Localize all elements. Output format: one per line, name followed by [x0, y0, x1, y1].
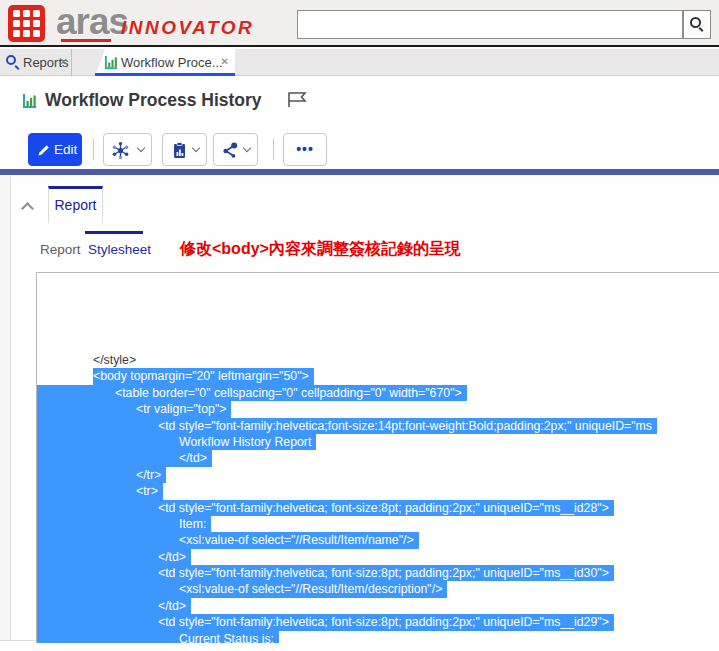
code-line: </td>: [37, 549, 719, 565]
panel-tab-label: Report: [54, 197, 96, 213]
impact-hub-icon: [111, 141, 130, 160]
edit-button[interactable]: Edit: [28, 133, 82, 166]
search-icon: [6, 55, 16, 65]
code-line: </td>: [37, 450, 719, 466]
chevron-up-icon[interactable]: [21, 202, 34, 215]
share-icon: [221, 141, 240, 160]
code-line: <xsl:value-of select="//Result/Item/desc…: [37, 581, 719, 597]
toolbar-divider: [93, 139, 94, 160]
active-tab-indicator: [95, 73, 235, 76]
code-line-fragment: }: [37, 311, 719, 316]
flag-icon[interactable]: [287, 91, 309, 108]
logo-underline: [61, 39, 111, 42]
stylesheet-annotation: 修改<body>內容來調整簽核記錄的呈現: [180, 239, 461, 260]
close-icon[interactable]: ✕: [221, 56, 229, 67]
chevron-down-icon: [243, 144, 251, 152]
tab-reports[interactable]: Reports ✕: [0, 49, 72, 76]
panel-tab-report[interactable]: Report: [48, 186, 103, 223]
code-line: Workflow History Report: [37, 434, 719, 450]
code-line: <td style="font-family:helvetica; font-s…: [37, 500, 719, 516]
item-toolbar: Edit: [0, 126, 719, 170]
section-accent-bar: [0, 169, 719, 175]
share-dropdown-button[interactable]: [213, 133, 258, 166]
subtab-stylesheet[interactable]: Stylesheet: [88, 242, 151, 257]
page-title: Workflow Process History: [45, 90, 262, 111]
app-launcher-grid-icon[interactable]: [8, 5, 45, 42]
code-line: <td style="font-family:helvetica; font-s…: [37, 565, 719, 581]
logo-aras: aras: [56, 0, 128, 44]
code-line: Current Status is:: [37, 631, 719, 643]
page-title-row: Workflow Process History: [0, 85, 719, 119]
active-subtab-indicator: [85, 231, 143, 234]
chevron-down-icon: [137, 144, 145, 152]
bar-chart-icon: [104, 55, 119, 70]
code-line: <table border="0" cellspacing="0" cellpa…: [37, 385, 719, 401]
bar-chart-icon: [22, 93, 38, 109]
search-icon: [690, 17, 701, 28]
global-search-input[interactable]: [297, 10, 683, 39]
close-icon[interactable]: ✕: [60, 56, 68, 67]
reports-dropdown-button[interactable]: [162, 133, 207, 166]
report-clipboard-icon: [170, 141, 189, 160]
code-line: </style>: [37, 352, 719, 368]
code-line: </tr>: [37, 467, 719, 483]
toolbar-divider: [273, 139, 274, 160]
logo-innovator: INNOVATOR: [121, 17, 254, 39]
chevron-down-icon: [192, 144, 200, 152]
tab-workflow-process-history[interactable]: Workflow Proce... ✕: [95, 49, 235, 76]
code-line: <tr valign="top">: [37, 401, 719, 417]
app-header: aras INNOVATOR: [0, 0, 719, 47]
pencil-icon: [37, 143, 51, 157]
app-window: aras INNOVATOR Reports ✕ Workflow Proce.…: [0, 0, 719, 651]
impact-analysis-dropdown-button[interactable]: [103, 133, 152, 166]
panel-bottom-border: [0, 640, 36, 641]
code-line: Item:: [37, 516, 719, 532]
search-button[interactable]: [683, 10, 711, 39]
document-tab-strip: Reports ✕ Workflow Proce... ✕: [0, 49, 719, 76]
more-actions-button[interactable]: •••: [283, 133, 327, 166]
tab-label: Workflow Proce...: [121, 55, 223, 70]
code-line: <td style="font-family:helvetica;font-si…: [37, 418, 719, 434]
panel-left-gutter: [0, 176, 11, 640]
code-line: <td style="font-family:helvetica; font-s…: [37, 614, 719, 630]
code-editor[interactable]: } </style><body topmargin="20" leftmargi…: [36, 272, 719, 643]
edit-button-label: Edit: [54, 142, 77, 157]
code-line: <body topmargin="20" leftmargin="50">: [37, 368, 719, 384]
code-line: <tr>: [37, 483, 719, 499]
code-line: </td>: [37, 598, 719, 614]
subtab-report[interactable]: Report: [40, 242, 81, 257]
code-line: <xsl:value-of select="//Result/Item/name…: [37, 532, 719, 548]
code-content: } </style><body topmargin="20" leftmargi…: [37, 273, 719, 643]
